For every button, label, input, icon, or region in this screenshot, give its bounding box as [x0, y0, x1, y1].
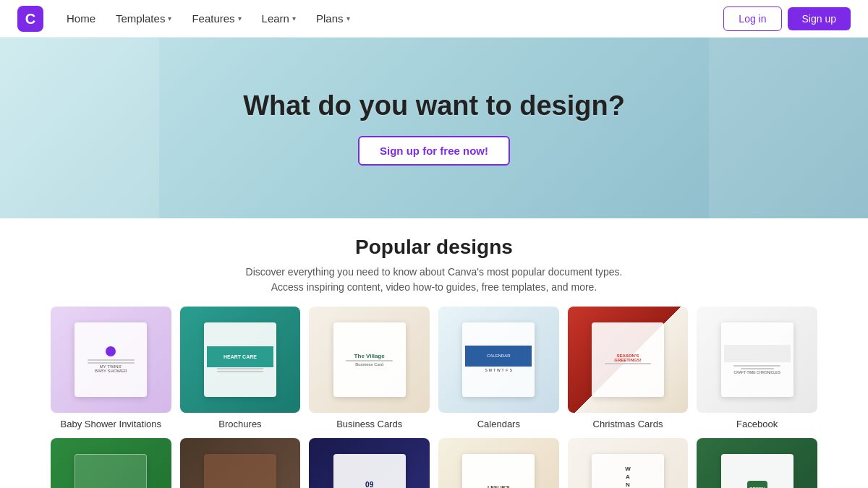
- nav-actions: Log in Sign up: [723, 7, 851, 31]
- template-thumb-brochures: HEART CARE: [180, 307, 301, 413]
- template-item-logos[interactable]: GREENFOUNDER Logos: [697, 438, 817, 488]
- learn-chevron-icon: ▾: [292, 14, 296, 22]
- nav-plans[interactable]: Plans ▾: [307, 8, 359, 29]
- hero-title: What do you want to design?: [243, 90, 625, 121]
- template-thumb-flyers: OPEN TRYOUTS: [51, 438, 171, 488]
- template-item-invitations[interactable]: 0927 '18 Invitations: [309, 438, 430, 488]
- hero-content: What do you want to design? Sign up for …: [243, 90, 625, 166]
- template-label-baby-shower: Baby Shower Invitations: [61, 419, 161, 429]
- template-label-facebook: Facebook: [736, 419, 778, 429]
- nav-home[interactable]: Home: [58, 8, 104, 29]
- canva-logo[interactable]: C: [17, 6, 43, 32]
- signup-button[interactable]: Sign up: [788, 7, 851, 30]
- template-item-baby-shower[interactable]: MY TWINS'BABY SHOWER Baby Shower Invitat…: [51, 307, 171, 429]
- nav-features[interactable]: Features ▾: [183, 8, 250, 29]
- popular-section: Popular designs Discover everything you …: [0, 218, 868, 488]
- template-item-journals[interactable]: Journals: [180, 438, 301, 488]
- template-item-posters[interactable]: WANDER Posters: [568, 438, 689, 488]
- template-label-calendars: Calendars: [477, 419, 520, 429]
- navigation: C Home Templates ▾ Features ▾ Learn ▾ Pl…: [0, 0, 868, 38]
- template-item-facebook[interactable]: CRAFT-TIME CHRONICLES Facebook: [697, 307, 817, 429]
- popular-description: Discover everything you need to know abo…: [231, 265, 637, 295]
- template-item-christmas-cards[interactable]: SEASON'SGREETINGS! Christmas Cards: [568, 307, 689, 429]
- hero-section: What do you want to design? Sign up for …: [0, 38, 868, 218]
- template-thumb-logos: GREENFOUNDER: [697, 438, 817, 488]
- nav-templates[interactable]: Templates ▾: [107, 8, 180, 29]
- nav-learn[interactable]: Learn ▾: [253, 8, 305, 29]
- template-item-flyers[interactable]: OPEN TRYOUTS Flyers: [51, 438, 171, 488]
- template-thumb-posters: WANDER: [568, 438, 689, 488]
- hero-decoration-left: [0, 38, 159, 218]
- template-thumb-christmas-cards: SEASON'SGREETINGS!: [568, 307, 689, 413]
- hero-cta-button[interactable]: Sign up for free now!: [358, 136, 510, 166]
- hero-decoration-right: [709, 38, 868, 218]
- template-thumb-facebook: CRAFT-TIME CHRONICLES: [697, 307, 817, 413]
- plans-chevron-icon: ▾: [346, 14, 350, 22]
- template-item-menus[interactable]: LESLIE'S Menus: [438, 438, 559, 488]
- template-label-business-cards: Business Cards: [336, 419, 402, 429]
- template-thumb-journals: [180, 438, 301, 488]
- template-grid-row1: MY TWINS'BABY SHOWER Baby Shower Invitat…: [51, 307, 817, 429]
- template-label-brochures: Brochures: [218, 419, 261, 429]
- templates-chevron-icon: ▾: [168, 14, 171, 22]
- popular-title: Popular designs: [51, 236, 817, 259]
- popular-header: Popular designs Discover everything you …: [51, 236, 817, 295]
- template-thumb-calendars: CALENDAR SMTWTFS: [438, 307, 559, 413]
- template-thumb-baby-shower: MY TWINS'BABY SHOWER: [51, 307, 171, 413]
- template-item-calendars[interactable]: CALENDAR SMTWTFS Calendars: [438, 307, 559, 429]
- template-item-business-cards[interactable]: The Village Business Card Business Cards: [309, 307, 430, 429]
- login-button[interactable]: Log in: [723, 7, 781, 31]
- template-item-brochures[interactable]: HEART CARE Brochures: [180, 307, 301, 429]
- template-thumb-invitations: 0927 '18: [309, 438, 430, 488]
- template-label-christmas-cards: Christmas Cards: [593, 419, 663, 429]
- template-grid-row2: OPEN TRYOUTS Flyers Journals 0927 '18: [51, 438, 817, 488]
- template-thumb-business-cards: The Village Business Card: [309, 307, 430, 413]
- nav-links: Home Templates ▾ Features ▾ Learn ▾ Plan…: [58, 8, 723, 29]
- svg-text:C: C: [25, 11, 35, 27]
- template-thumb-menus: LESLIE'S: [438, 438, 559, 488]
- features-chevron-icon: ▾: [238, 14, 242, 22]
